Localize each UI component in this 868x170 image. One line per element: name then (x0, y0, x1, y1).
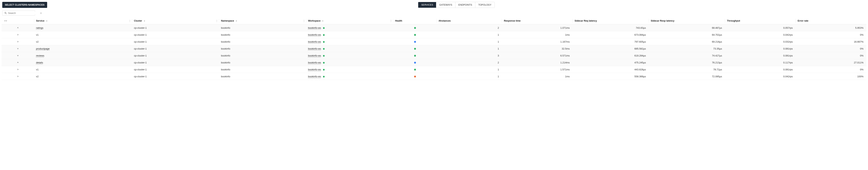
table-row: v1cp-cluster-1bookinfobookinfo-ws 11.571… (1, 66, 867, 73)
table-row: productpagecp-cluster-1bookinfobookinfo-… (1, 45, 867, 52)
expand-toggle[interactable] (16, 33, 20, 37)
col-cluster-label: Cluster (134, 20, 142, 22)
instances-value: 1 (498, 75, 499, 78)
workspace-status-dot (323, 34, 324, 36)
sidecar-req-value: 443.828µs (634, 68, 646, 71)
col-throughput[interactable]: Throughput (725, 18, 796, 24)
instances-value: 1 (498, 40, 499, 43)
error-rate-value: 5.953% (855, 27, 864, 29)
cluster-label: cp-cluster-1 (134, 40, 147, 43)
cluster-label: cp-cluster-1 (134, 47, 147, 50)
select-clusters-namespaces-button[interactable]: SELECT CLUSTERS-NAMESPACES (2, 2, 47, 8)
col-cluster[interactable]: Cluster ⋮ (132, 18, 219, 24)
sidecar-resp-value: 64.702µs (712, 33, 722, 36)
expand-toggle[interactable] (16, 40, 20, 43)
col-service[interactable]: Service ⋮ (34, 18, 132, 24)
expand-toggle[interactable] (16, 68, 20, 71)
table-row: v2cp-cluster-1bookinfobookinfo-ws 11ms55… (1, 73, 867, 80)
col-response-time[interactable]: Response time (502, 18, 572, 24)
health-dot (414, 34, 416, 36)
sort-icon (144, 20, 145, 22)
namespace-label: bookinfo (221, 75, 230, 78)
expand-all-toggle[interactable] (3, 19, 8, 23)
tab-services[interactable]: SERVICES (418, 2, 436, 8)
expand-toggle[interactable] (16, 54, 20, 58)
service-link[interactable]: productpage (36, 47, 50, 50)
col-response-time-label: Response time (504, 20, 521, 22)
workspace-link[interactable]: bookinfo-ws (308, 54, 321, 57)
col-workspace-label: Workspace (308, 20, 320, 22)
namespace-label: bookinfo (221, 47, 230, 50)
expand-toggle[interactable] (16, 47, 20, 50)
col-sidecar-req[interactable]: Sidecar Req latency (572, 18, 649, 24)
col-namespace[interactable]: Namespace ⋮ (219, 18, 306, 24)
cluster-label: cp-cluster-1 (134, 75, 147, 78)
error-rate-value: 100% (857, 75, 864, 78)
col-sidecar-resp[interactable]: Sidecar Resp latency (649, 18, 725, 24)
response-time-value: 6.571ms (560, 54, 570, 57)
col-instances[interactable]: #Instances (437, 18, 502, 24)
search-box[interactable] (2, 10, 35, 15)
response-time-value: 1ms (565, 33, 570, 36)
search-icon (4, 12, 7, 14)
workspace-link[interactable]: bookinfo-ws (308, 75, 321, 78)
workspace-status-dot (323, 27, 324, 29)
throughput-value: 0.032rps (783, 40, 793, 43)
col-menu-icon[interactable]: ⋮ (216, 20, 218, 22)
sidecar-resp-value: 72.085µs (712, 75, 722, 78)
col-error-rate-label: Error rate (798, 20, 808, 22)
tab-topology[interactable]: TOPOLOGY (475, 2, 495, 8)
service-link[interactable]: ratings (36, 27, 43, 29)
error-rate-value: 0% (860, 33, 864, 36)
service-version-label: v2 (36, 75, 39, 78)
cluster-label: cp-cluster-1 (134, 33, 147, 36)
expand-toggle[interactable] (16, 74, 20, 78)
workspace-link[interactable]: bookinfo-ws (308, 47, 321, 50)
instances-value: 1 (498, 68, 499, 71)
col-error-rate[interactable]: Error rate (796, 18, 867, 24)
sidecar-req-value: 685.582µs (634, 47, 646, 50)
workspace-status-dot (323, 62, 324, 64)
tab-endpoints[interactable]: ENDPOINTS (456, 2, 475, 8)
workspace-link[interactable]: bookinfo-ws (308, 33, 321, 36)
instances-value: 2 (498, 61, 499, 64)
col-sidecar-req-label: Sidecar Req latency (575, 20, 597, 22)
sidecar-resp-value: 74.427µs (712, 54, 722, 57)
search-input[interactable] (8, 12, 40, 14)
expand-toggle[interactable] (16, 61, 20, 64)
sidecar-req-value: 558.389µs (634, 75, 646, 78)
clear-icon[interactable] (40, 12, 42, 14)
service-version-label: v1 (36, 33, 39, 36)
response-time-value: 1.214ms (560, 61, 570, 64)
sort-icon (236, 20, 237, 22)
health-dot (414, 69, 416, 71)
col-menu-icon[interactable]: ⋮ (129, 20, 131, 22)
namespace-label: bookinfo (221, 68, 230, 71)
col-menu-icon[interactable]: ⋮ (303, 20, 305, 22)
workspace-link[interactable]: bookinfo-ws (308, 40, 321, 43)
col-health-label: Health (395, 20, 402, 22)
namespace-label: bookinfo (221, 27, 230, 29)
col-workspace[interactable]: Workspace ⋮ (306, 18, 393, 24)
sidecar-req-value: 743.83µs (636, 27, 646, 29)
workspace-link[interactable]: bookinfo-ws (308, 68, 321, 71)
throughput-value: 0.117rps (783, 61, 793, 64)
sidecar-req-value: 475.245µs (634, 61, 646, 64)
view-tabs: SERVICES GATEWAYS ENDPOINTS TOPOLOGY (418, 2, 495, 8)
service-link[interactable]: reviews (36, 54, 44, 57)
col-health[interactable]: Health (393, 18, 437, 24)
workspace-link[interactable]: bookinfo-ws (308, 61, 321, 64)
throughput-value: 0.081rps (783, 68, 793, 71)
error-rate-value: 27.011% (854, 61, 864, 64)
col-throughput-label: Throughput (727, 20, 740, 22)
tab-gateways[interactable]: GATEWAYS (436, 2, 456, 8)
namespace-label: bookinfo (221, 54, 230, 57)
expand-toggle[interactable] (16, 26, 20, 30)
workspace-link[interactable]: bookinfo-ws (308, 27, 321, 29)
sort-icon (46, 20, 48, 22)
col-sidecar-resp-label: Sidecar Resp latency (651, 20, 675, 22)
health-dot (414, 41, 416, 43)
col-menu-icon[interactable]: ⋮ (390, 20, 392, 22)
services-table: Service ⋮ Cluster ⋮ Namespace ⋮ Workspac… (1, 18, 867, 80)
service-link[interactable]: details (36, 61, 43, 64)
